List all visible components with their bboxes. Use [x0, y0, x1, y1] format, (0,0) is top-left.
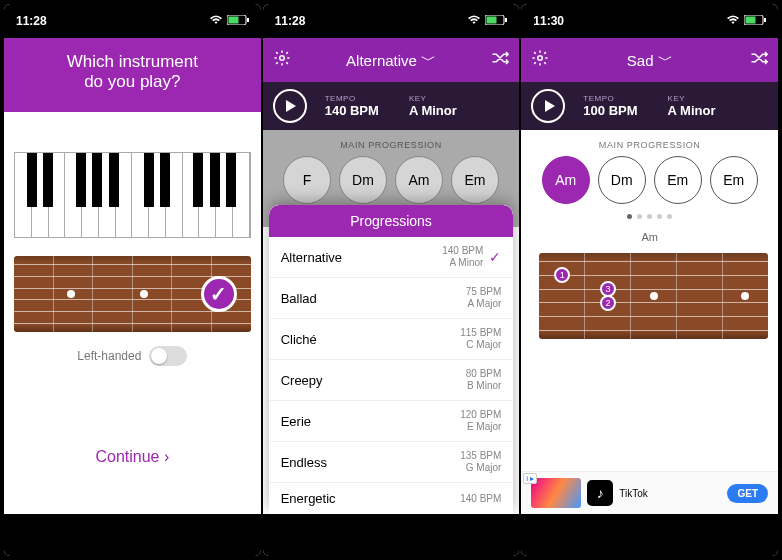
list-item[interactable]: Ballad 75 BPMA Major: [269, 278, 514, 319]
svg-point-10: [538, 56, 543, 61]
svg-rect-2: [247, 18, 249, 22]
svg-rect-1: [228, 17, 238, 24]
shuffle-icon[interactable]: [491, 51, 509, 69]
shuffle-icon[interactable]: [750, 51, 768, 69]
chord-slot[interactable]: F: [283, 156, 331, 204]
app-header: Alternative ﹀: [263, 38, 520, 82]
list-item[interactable]: Energetic 140 BPM: [269, 483, 514, 514]
key-value: A Minor: [668, 103, 716, 118]
settings-icon[interactable]: [273, 49, 291, 71]
genre-dropdown[interactable]: Alternative ﹀: [346, 51, 436, 70]
status-bar: 11:30: [521, 4, 778, 38]
guitar-instrument[interactable]: ✓: [14, 256, 251, 332]
section-label: MAIN PROGRESSION: [521, 130, 778, 156]
chord-name: Am: [521, 227, 778, 247]
finger-marker: 1: [554, 267, 570, 283]
popup-title: Progressions: [269, 205, 514, 237]
progressions-panel: 11:28 Alternative ﹀ TEMPO 140 BPM KEY: [263, 4, 520, 556]
settings-icon[interactable]: [531, 49, 549, 71]
wifi-icon: [726, 14, 740, 28]
page-dots: [521, 214, 778, 227]
battery-icon: [744, 14, 766, 28]
check-icon: ✓: [489, 249, 501, 265]
battery-icon: [485, 14, 507, 28]
list-item[interactable]: Creepy 80 BPMB Minor: [269, 360, 514, 401]
key-label: KEY: [409, 94, 457, 103]
wifi-icon: [467, 14, 481, 28]
ad-cta-button[interactable]: GET: [727, 484, 768, 503]
chord-slot[interactable]: Em: [654, 156, 702, 204]
chord-slot[interactable]: Am: [395, 156, 443, 204]
chord-slot[interactable]: Dm: [339, 156, 387, 204]
piano-instrument[interactable]: [14, 152, 251, 238]
play-icon: [286, 100, 296, 112]
list-item[interactable]: Eerie 120 BPME Major: [269, 401, 514, 442]
finger-marker: 2: [600, 295, 616, 311]
svg-point-6: [279, 56, 284, 61]
status-bar: 11:28: [4, 4, 261, 38]
left-handed-row: Left-handed: [4, 340, 261, 372]
player-bar: TEMPO 140 BPM KEY A Minor: [263, 82, 520, 130]
ad-info-icon[interactable]: i ▸: [523, 473, 537, 484]
tempo-value: 140 BPM: [325, 103, 379, 118]
chord-slot[interactable]: Dm: [598, 156, 646, 204]
ad-name: TikTok: [619, 488, 648, 499]
ad-thumbnail: [531, 478, 581, 508]
key-value: A Minor: [409, 103, 457, 118]
continue-button[interactable]: Continue ›: [4, 408, 261, 478]
chevron-down-icon: ﹀: [658, 51, 673, 70]
clock: 11:28: [275, 14, 306, 28]
ad-banner[interactable]: i ▸ ♪ TikTok GET: [521, 471, 778, 514]
chord-slot[interactable]: Em: [451, 156, 499, 204]
svg-rect-9: [764, 18, 766, 22]
section-label: MAIN PROGRESSION: [263, 130, 520, 156]
list-item[interactable]: Alternative 140 BPMA Minor ✓: [269, 237, 514, 278]
left-handed-label: Left-handed: [77, 349, 141, 363]
onboarding-question: Which instrument do you play?: [4, 38, 261, 112]
clock: 11:30: [533, 14, 564, 28]
play-icon: [545, 100, 555, 112]
home-indicator-area: [4, 514, 261, 556]
chord-slot[interactable]: Am: [542, 156, 590, 204]
home-indicator-area: [263, 514, 520, 556]
tempo-value: 100 BPM: [583, 103, 637, 118]
chevron-down-icon: ﹀: [421, 51, 436, 70]
tempo-label: TEMPO: [583, 94, 637, 103]
chord-row: Am Dm Em Em: [521, 156, 778, 214]
tiktok-icon: ♪: [587, 480, 613, 506]
status-bar: 11:28: [263, 4, 520, 38]
finger-marker: 3: [600, 281, 616, 297]
play-button[interactable]: [273, 89, 307, 123]
onboarding-panel: 11:28 Which instrument do you play?: [4, 4, 261, 556]
svg-rect-4: [487, 17, 497, 24]
chord-slot[interactable]: Em: [710, 156, 758, 204]
chord-diagram: 1 2 3: [539, 253, 768, 339]
selected-check-icon: ✓: [201, 276, 237, 312]
battery-icon: [227, 14, 249, 28]
home-indicator-area: [521, 514, 778, 556]
list-item[interactable]: Cliché 115 BPMC Major: [269, 319, 514, 360]
svg-rect-5: [505, 18, 507, 22]
practice-panel: 11:30 Sad ﹀ TEMPO 100 BPM KEY A: [521, 4, 778, 556]
list-item[interactable]: Endless 135 BPMG Major: [269, 442, 514, 483]
clock: 11:28: [16, 14, 47, 28]
player-bar: TEMPO 100 BPM KEY A Minor: [521, 82, 778, 130]
tempo-label: TEMPO: [325, 94, 379, 103]
key-label: KEY: [668, 94, 716, 103]
genre-dropdown[interactable]: Sad ﹀: [627, 51, 673, 70]
app-header: Sad ﹀: [521, 38, 778, 82]
wifi-icon: [209, 14, 223, 28]
svg-rect-8: [746, 17, 756, 24]
progressions-popup: Progressions Alternative 140 BPMA Minor …: [269, 205, 514, 514]
play-button[interactable]: [531, 89, 565, 123]
left-handed-toggle[interactable]: [149, 346, 187, 366]
